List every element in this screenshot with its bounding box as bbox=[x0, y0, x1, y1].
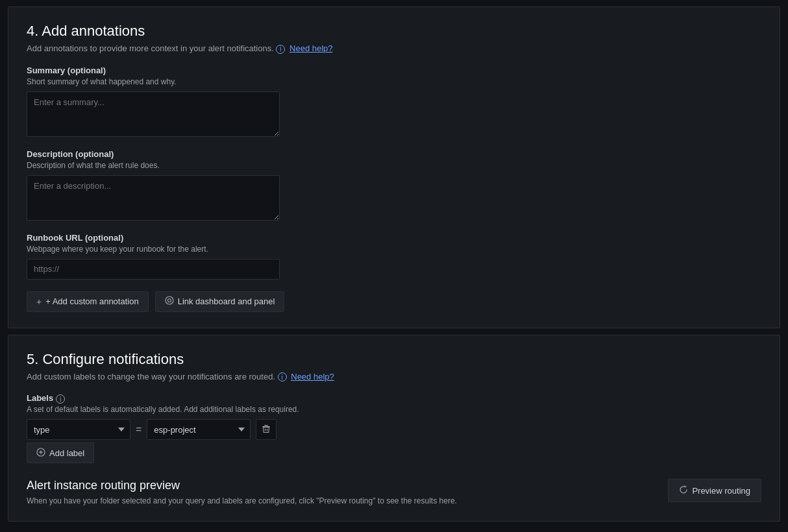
labels-label: Labels bbox=[27, 393, 53, 403]
label-value-dropdown[interactable]: esp-project bbox=[147, 419, 251, 440]
routing-preview-hint: When you have your folder selected and y… bbox=[27, 496, 457, 505]
section5-help-icon: i bbox=[278, 372, 287, 381]
add-label-label: Add label bbox=[49, 448, 84, 458]
runbook-hint: Webpage where you keep your runbook for … bbox=[27, 245, 761, 254]
refresh-icon bbox=[679, 485, 688, 496]
link-dashboard-panel-button[interactable]: Link dashboard and panel bbox=[155, 291, 285, 312]
section4-title: 4. Add annotations bbox=[27, 23, 761, 40]
runbook-field-group: Runbook URL (optional) Webpage where you… bbox=[27, 233, 761, 280]
link-icon bbox=[165, 296, 174, 307]
section4-need-help-link[interactable]: Need help? bbox=[289, 43, 333, 53]
add-annotation-label: + Add custom annotation bbox=[45, 296, 138, 306]
preview-routing-label: Preview routing bbox=[692, 486, 750, 496]
delete-label-button[interactable] bbox=[256, 419, 277, 440]
summary-label: Summary (optional) bbox=[27, 66, 761, 75]
section5-subtitle: Add custom labels to change the way your… bbox=[27, 372, 761, 382]
svg-point-1 bbox=[167, 299, 171, 302]
summary-field-group: Summary (optional) Short summary of what… bbox=[27, 66, 761, 139]
runbook-label: Runbook URL (optional) bbox=[27, 233, 761, 243]
add-custom-annotation-button[interactable]: + + Add custom annotation bbox=[27, 291, 149, 312]
section4-subtitle: Add annotations to provide more context … bbox=[27, 43, 761, 54]
preview-routing-button[interactable]: Preview routing bbox=[668, 479, 761, 502]
routing-preview-text: Alert instance routing preview When you … bbox=[27, 479, 457, 505]
trash-icon bbox=[262, 424, 271, 435]
description-hint: Description of what the alert rule does. bbox=[27, 161, 761, 170]
labels-header: Labels i bbox=[27, 393, 761, 405]
routing-preview-title: Alert instance routing preview bbox=[27, 479, 457, 492]
section-add-annotations: 4. Add annotations Add annotations to pr… bbox=[8, 6, 780, 328]
description-field-group: Description (optional) Description of wh… bbox=[27, 149, 761, 223]
section4-button-row: + + Add custom annotation Link dashboard… bbox=[27, 291, 761, 312]
description-label: Description (optional) bbox=[27, 149, 761, 159]
runbook-input[interactable] bbox=[27, 259, 280, 280]
circle-plus-icon bbox=[36, 448, 45, 459]
section5-need-help-link[interactable]: Need help? bbox=[291, 372, 334, 381]
svg-point-0 bbox=[166, 296, 173, 304]
svg-rect-3 bbox=[264, 425, 268, 426]
section-configure-notifications: 5. Configure notifications Add custom la… bbox=[8, 335, 780, 522]
link-dashboard-label: Link dashboard and panel bbox=[178, 296, 275, 306]
summary-hint: Short summary of what happened and why. bbox=[27, 77, 761, 86]
equals-sign: = bbox=[136, 424, 142, 435]
section4-help-icon: i bbox=[276, 45, 285, 54]
routing-preview-section: Alert instance routing preview When you … bbox=[27, 479, 761, 505]
summary-input[interactable] bbox=[27, 91, 280, 137]
labels-info-icon[interactable]: i bbox=[56, 394, 65, 404]
description-input[interactable] bbox=[27, 175, 280, 221]
label-key-value-row: type = esp-project bbox=[27, 419, 761, 440]
plus-icon: + bbox=[36, 296, 42, 307]
label-key-dropdown[interactable]: type bbox=[27, 419, 130, 440]
labels-hint: A set of default labels is automatically… bbox=[27, 405, 761, 414]
add-label-button[interactable]: Add label bbox=[27, 442, 94, 463]
section5-title: 5. Configure notifications bbox=[27, 351, 761, 368]
